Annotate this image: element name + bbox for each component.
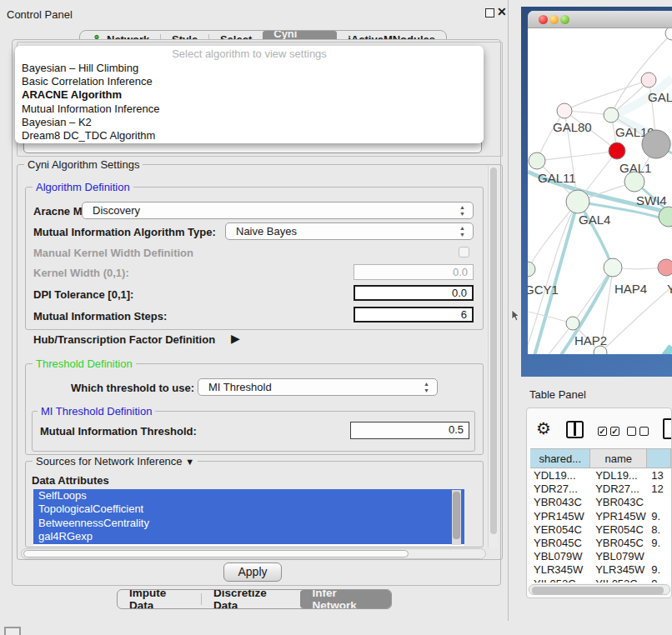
dpi-tolerance-label: DPI Tolerance [0,1]: xyxy=(33,288,133,301)
table-header-row: shared... name xyxy=(530,448,671,468)
tab-impute-data[interactable]: Impute Data xyxy=(118,590,201,608)
mi-steps-field[interactable]: 6 xyxy=(354,307,474,322)
dpi-tolerance-field[interactable]: 0.0 xyxy=(354,285,474,301)
network-edge[interactable] xyxy=(537,151,617,161)
unchecked-checkbox-icon[interactable] xyxy=(639,427,649,436)
network-node-HAP2[interactable] xyxy=(566,317,579,330)
network-node-GAL4[interactable] xyxy=(566,190,589,213)
network-node-GAL2[interactable] xyxy=(641,72,656,88)
mi-threshold-field[interactable]: 0.5 xyxy=(350,422,469,439)
network-node-label: GAL80 xyxy=(553,120,592,134)
apply-button[interactable]: Apply xyxy=(223,562,282,582)
data-attribute-item[interactable]: TopologicalCoefficient xyxy=(33,502,464,516)
table-row[interactable]: YBL079W YBL079W xyxy=(530,550,671,563)
network-graph-canvas[interactable]: GAL2GAL80GAL10GAL1GAL11SWI4GAL4GCY1HAP4Y… xyxy=(528,28,672,354)
document-icon[interactable] xyxy=(663,418,672,439)
settings-group-title: Cyni Algorithm Settings xyxy=(24,158,143,171)
network-edge[interactable] xyxy=(632,347,672,354)
table-row[interactable]: YDL19... YDL19... 13 xyxy=(530,469,671,482)
collapse-arrow-icon[interactable]: ▼ xyxy=(185,457,194,467)
aracne-mode-select[interactable]: Discovery ▲▼ xyxy=(82,202,474,219)
gear-icon[interactable]: ⚙ xyxy=(536,418,551,438)
attributes-list-scrollbar-thumb[interactable] xyxy=(453,492,460,539)
checked-checkbox-icon[interactable]: ✓ xyxy=(598,427,607,436)
network-node-GCY1[interactable] xyxy=(528,262,535,277)
table-body: YDL19... YDL19... 13 YDR27... YDR27... 1… xyxy=(530,469,671,582)
which-threshold-select[interactable]: MI Threshold ▲▼ xyxy=(198,378,438,396)
sources-group-title: Sources for Network Inference ▼ xyxy=(33,455,198,468)
network-node-GAL10[interactable] xyxy=(604,108,619,122)
data-attribute-item[interactable]: SelfLoops xyxy=(33,489,464,502)
network-node-label: GCY1 xyxy=(528,282,559,297)
dropdown-item[interactable]: Bayesian – Hill Climbing xyxy=(15,62,484,75)
table-horizontal-scrollbar-thumb[interactable] xyxy=(532,587,664,594)
table-row[interactable]: YIL052C YIL052C 9 xyxy=(530,578,671,583)
table-row[interactable]: YDR27... YDR27... 12 xyxy=(530,482,671,496)
network-edge[interactable] xyxy=(573,268,613,323)
network-node-GAL11[interactable] xyxy=(529,152,545,169)
control-panel-title: Control Panel xyxy=(7,8,73,21)
settings-vertical-scrollbar[interactable] xyxy=(488,166,498,548)
network-node-SWI4[interactable] xyxy=(624,172,644,192)
dropdown-item[interactable]: Dream8 DC_TDC Algorithm xyxy=(15,129,484,142)
table-row[interactable]: YBR045C YBR045C 9. xyxy=(530,537,671,550)
dropdown-item[interactable]: ARACNE Algorithm xyxy=(15,88,484,102)
network-node-unlabeled[interactable] xyxy=(665,28,672,40)
settings-horizontal-scrollbar[interactable] xyxy=(21,548,486,559)
data-attribute-item[interactable]: gal4RGexp xyxy=(33,530,464,543)
table-row[interactable]: YPR145W YPR145W 9. xyxy=(530,510,671,523)
algorithm-definition-title: Algorithm Definition xyxy=(33,181,133,193)
checked-checkbox-icon[interactable]: ✓ xyxy=(610,427,619,436)
network-node-GAL80[interactable] xyxy=(557,103,572,118)
dropdown-item[interactable]: Mutual Information Inference xyxy=(15,102,484,116)
mi-steps-label: Mutual Information Steps: xyxy=(33,310,167,322)
network-node-unlabeled[interactable] xyxy=(642,130,670,158)
expand-arrow-icon[interactable]: ▶ xyxy=(231,332,240,345)
table-horizontal-scrollbar[interactable] xyxy=(529,584,670,595)
table-row[interactable]: YBR043C YBR043C xyxy=(530,496,671,509)
mi-algorithm-type-label: Mutual Information Algorithm Type: xyxy=(33,226,216,238)
attributes-list-scrollbar[interactable] xyxy=(452,490,461,545)
network-edge[interactable] xyxy=(528,202,578,354)
dropdown-item-list: Bayesian – Hill Climbing Basic Correlati… xyxy=(15,62,484,142)
unchecked-checkbox-icon[interactable] xyxy=(627,427,636,436)
settings-vertical-scrollbar-thumb[interactable] xyxy=(490,168,497,534)
data-attributes-list: SelfLoops TopologicalCoefficient Between… xyxy=(33,489,464,546)
algorithm-dropdown-popup: Select algorithm to view settings Bayesi… xyxy=(15,46,484,143)
data-attributes-label: Data Attributes xyxy=(32,474,109,487)
network-edge[interactable] xyxy=(600,287,672,352)
kernel-width-label: Kernel Width (0,1): xyxy=(33,267,129,279)
column-header-name[interactable]: name xyxy=(590,449,647,468)
bottom-tabbar: Impute Data Discretize Data Infer Networ… xyxy=(117,589,392,609)
data-attribute-item[interactable]: BetweennessCentrality xyxy=(33,517,464,530)
dropdown-item[interactable]: Bayesian – K2 xyxy=(15,116,484,129)
network-window-titlebar[interactable] xyxy=(528,11,672,28)
column-header-shared-name[interactable]: shared... xyxy=(530,449,590,468)
network-node-label: GAL11 xyxy=(538,171,576,185)
close-window-icon[interactable] xyxy=(539,15,548,24)
network-node-GAL1[interactable] xyxy=(609,142,625,159)
network-node-HAP4[interactable] xyxy=(604,258,622,277)
table-row[interactable]: YLR345W YLR345W 9. xyxy=(530,563,671,577)
settings-horizontal-scrollbar-thumb[interactable] xyxy=(23,550,409,558)
split-columns-icon[interactable] xyxy=(566,421,584,438)
kernel-width-field: 0.0 xyxy=(354,264,474,280)
table-row[interactable]: YER054C YER054C 8. xyxy=(530,523,671,537)
tab-discretize-data[interactable]: Discretize Data xyxy=(202,590,300,608)
network-node-label: YB xyxy=(667,282,672,296)
stepper-arrows-icon: ▲▼ xyxy=(459,204,465,218)
control-panel-window: Control Panel ✕ Network Style Select Cyn… xyxy=(0,0,509,621)
column-header-cut[interactable] xyxy=(647,449,671,468)
network-node-YB[interactable] xyxy=(658,259,672,276)
tab-infer-network[interactable]: Infer Network xyxy=(300,590,391,608)
minimized-panel-icon[interactable] xyxy=(4,627,21,635)
float-panel-icon[interactable] xyxy=(485,8,494,18)
mi-algorithm-type-select[interactable]: Naive Bayes ▲▼ xyxy=(225,222,474,240)
minimize-window-icon[interactable] xyxy=(549,15,559,24)
zoom-window-icon[interactable] xyxy=(560,15,569,24)
which-threshold-label: Which threshold to use: xyxy=(71,382,194,394)
mouse-cursor xyxy=(510,310,520,322)
dropdown-item[interactable]: Basic Correlation Inference xyxy=(15,75,484,88)
close-icon[interactable]: ✕ xyxy=(497,5,507,18)
network-edge[interactable] xyxy=(528,202,578,269)
